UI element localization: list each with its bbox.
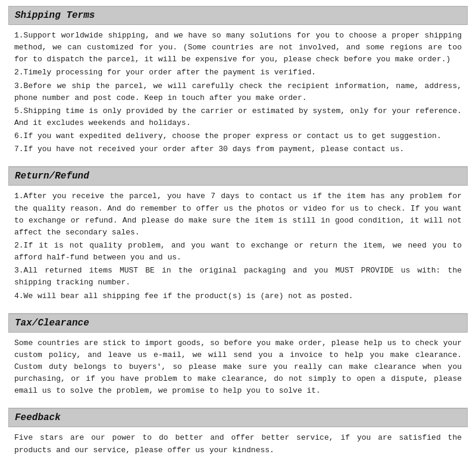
section-title-shipping-terms: Shipping Terms xyxy=(15,10,461,21)
section-body-tax-clearance: Some countries are stick to import goods… xyxy=(8,337,468,406)
section-shipping-terms: Shipping Terms1.Support worldwide shippi… xyxy=(8,6,468,164)
section-title-tax-clearance: Tax/Clearance xyxy=(15,318,461,328)
paragraph-return-refund-0: 1.After you receive the parcel, you have… xyxy=(14,190,462,239)
section-title-return-refund: Return/Refund xyxy=(15,171,461,181)
section-header-feedback: Feedback xyxy=(8,408,468,427)
paragraph-shipping-terms-3: 5.Shipping time is only provided by the … xyxy=(14,105,462,129)
paragraph-return-refund-1: 2.If it is not quality problem, and you … xyxy=(14,240,462,264)
section-body-return-refund: 1.After you receive the parcel, you have… xyxy=(8,190,468,310)
paragraph-return-refund-3: 4.We will bear all shipping fee if the p… xyxy=(14,290,462,302)
page-container: Shipping Terms1.Support worldwide shippi… xyxy=(0,0,476,473)
section-tax-clearance: Tax/ClearanceSome countries are stick to… xyxy=(8,314,468,406)
paragraph-shipping-terms-5: 7.If you have not received your order af… xyxy=(14,143,462,155)
section-return-refund: Return/Refund1.After you receive the par… xyxy=(8,167,468,310)
paragraph-shipping-terms-1: 2.Timely processing for your order after… xyxy=(14,67,462,79)
paragraph-feedback-0: Five stars are our power to do better an… xyxy=(14,432,462,456)
paragraph-tax-clearance-0: Some countries are stick to import goods… xyxy=(14,337,462,397)
paragraph-shipping-terms-4: 6.If you want expedited delivery, choose… xyxy=(14,130,462,142)
section-body-shipping-terms: 1.Support worldwide shipping, and we hav… xyxy=(8,30,468,164)
section-body-feedback: Five stars are our power to do better an… xyxy=(8,432,468,464)
section-feedback: FeedbackFive stars are our power to do b… xyxy=(8,408,468,464)
paragraph-shipping-terms-0: 1.Support worldwide shipping, and we hav… xyxy=(14,30,462,65)
section-header-tax-clearance: Tax/Clearance xyxy=(8,314,468,333)
section-header-shipping-terms: Shipping Terms xyxy=(8,6,468,25)
paragraph-shipping-terms-2: 3.Before we ship the parcel, we will car… xyxy=(14,80,462,104)
section-header-return-refund: Return/Refund xyxy=(8,167,468,186)
paragraph-return-refund-2: 3.All returned items MUST BE in the orig… xyxy=(14,265,462,289)
section-title-feedback: Feedback xyxy=(15,412,461,423)
